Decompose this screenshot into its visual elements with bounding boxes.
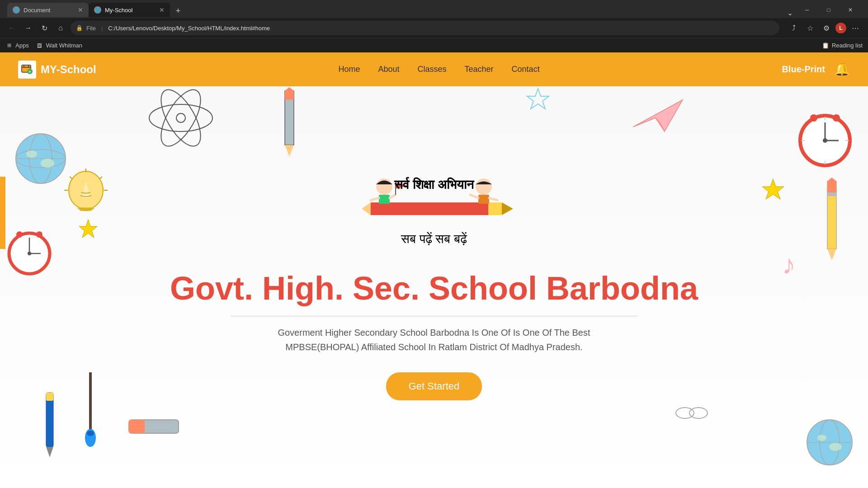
svg-rect-45 <box>827 181 836 192</box>
side-bar-decoration <box>0 177 5 249</box>
site-navigation: + MY-School Home About Classes Teacher C… <box>0 52 868 86</box>
notification-bell-icon[interactable]: 🔔 <box>834 62 850 77</box>
svg-point-21 <box>149 104 212 131</box>
tab-overflow-button[interactable]: ⌄ <box>787 9 793 17</box>
profile-button[interactable]: L <box>835 23 846 33</box>
svg-point-53 <box>16 231 23 238</box>
svg-point-33 <box>823 138 827 143</box>
paper-plane-decoration <box>628 91 687 136</box>
settings-button[interactable]: ⋯ <box>848 21 863 35</box>
svg-marker-42 <box>762 179 784 199</box>
close-button[interactable]: ✕ <box>840 3 861 17</box>
svg-point-59 <box>829 443 842 451</box>
nav-contact[interactable]: Contact <box>512 65 540 74</box>
svg-point-23 <box>153 86 208 150</box>
svg-line-31 <box>633 100 683 127</box>
svg-rect-65 <box>46 393 53 401</box>
svg-point-68 <box>676 408 694 418</box>
nav-teacher[interactable]: Teacher <box>465 65 494 74</box>
svg-marker-28 <box>527 89 549 109</box>
clock-right-decoration <box>796 109 854 168</box>
bookmark-walt-whitman-label: Walt Whitman <box>46 42 82 49</box>
bookmark-apps[interactable]: ⊞ Apps <box>5 42 29 49</box>
svg-rect-47 <box>827 192 836 196</box>
tab-document[interactable]: 🌐 Document ✕ <box>7 3 89 17</box>
svg-rect-70 <box>371 202 497 215</box>
hero-subtitle: Goverment Higher Secondary School Barbod… <box>264 325 604 354</box>
svg-rect-67 <box>129 420 145 433</box>
share-button[interactable]: ⤴ <box>787 21 801 35</box>
reading-list-label: Reading list <box>832 42 863 49</box>
svg-point-8 <box>16 150 66 168</box>
svg-rect-75 <box>379 195 390 204</box>
paintbrush-decoration <box>72 368 108 449</box>
svg-rect-13 <box>80 207 92 211</box>
logo-icon: + <box>18 61 36 79</box>
hero-section: ♪ <box>0 86 868 472</box>
svg-rect-43 <box>827 181 836 249</box>
maximize-button[interactable]: □ <box>818 3 839 17</box>
svg-line-15 <box>70 177 72 179</box>
svg-point-32 <box>800 116 850 165</box>
svg-line-16 <box>99 177 102 179</box>
url-bar[interactable]: 🔒 File | C:/Users/Lenovo/Desktop/My_Scho… <box>71 21 779 35</box>
new-tab-button[interactable]: + <box>172 5 184 17</box>
svg-marker-29 <box>633 100 683 131</box>
bookmark-walt-whitman[interactable]: 🖼 Walt Whitman <box>36 42 82 49</box>
star-left-decoration <box>77 217 99 240</box>
svg-point-20 <box>176 113 185 122</box>
tab-document-close[interactable]: ✕ <box>78 6 83 14</box>
home-button[interactable]: ⌂ <box>54 22 67 34</box>
svg-marker-25 <box>285 145 294 156</box>
svg-point-10 <box>26 150 37 158</box>
nav-links: Home About Classes Teacher Contact <box>338 65 539 74</box>
forward-button[interactable]: → <box>22 22 34 34</box>
tab-myschool[interactable]: 🌐 My-School ✕ <box>89 3 170 17</box>
atom-decoration <box>145 86 217 150</box>
hero-sub-hindi: सब पढ़ें सब बढ़ें <box>401 232 467 247</box>
site-logo[interactable]: + MY-School <box>18 61 96 79</box>
nav-classes[interactable]: Classes <box>418 65 447 74</box>
favorites-button[interactable]: ☆ <box>803 21 817 35</box>
star-top-decoration <box>524 86 552 113</box>
svg-line-77 <box>390 195 396 198</box>
svg-marker-64 <box>46 447 53 457</box>
minimize-button[interactable]: ─ <box>797 3 817 17</box>
hero-emblem: सर्व शिक्षा अभियान सब पढ़ें सब बढ़ें <box>344 158 524 248</box>
nav-home[interactable]: Home <box>338 65 360 74</box>
back-button[interactable]: ← <box>5 22 18 34</box>
sarva-shiksha-logo: सर्व शिक्षा अभियान <box>344 160 524 227</box>
get-started-button[interactable]: Get Started <box>386 372 482 400</box>
svg-rect-24 <box>285 91 294 145</box>
lightbulb-decoration <box>63 168 108 226</box>
svg-point-36 <box>810 114 817 122</box>
tab-document-icon: 🌐 <box>13 6 20 14</box>
svg-marker-30 <box>656 118 665 131</box>
nav-about[interactable]: About <box>378 65 399 74</box>
walt-whitman-icon: 🖼 <box>36 42 43 49</box>
apps-icon: ⊞ <box>5 42 13 49</box>
globe-right-decoration <box>805 418 854 467</box>
address-bar: ← → ↻ ⌂ 🔒 File | C:/Users/Lenovo/Desktop… <box>0 18 868 38</box>
star-right-decoration <box>760 177 787 204</box>
svg-marker-19 <box>79 220 97 238</box>
url-prefix: File <box>86 25 96 32</box>
svg-point-54 <box>36 231 42 238</box>
eraser-decoration <box>127 418 181 436</box>
tab-myschool-close[interactable]: ✕ <box>159 6 165 14</box>
svg-point-69 <box>689 408 708 418</box>
bookmarks-bar: ⊞ Apps 🖼 Walt Whitman 📋 Reading list <box>0 38 868 52</box>
svg-line-83 <box>489 198 497 200</box>
pen-decoration <box>36 390 63 463</box>
reading-list-button[interactable]: 📋 Reading list <box>822 42 863 49</box>
svg-point-6 <box>16 134 66 183</box>
svg-rect-81 <box>478 195 489 204</box>
blueprint-link[interactable]: Blue-Print <box>782 64 825 75</box>
refresh-button[interactable]: ↻ <box>38 22 51 34</box>
svg-point-49 <box>9 233 50 274</box>
svg-rect-72 <box>488 202 502 215</box>
svg-point-22 <box>153 86 208 150</box>
extensions-button[interactable]: ⚙ <box>819 21 834 35</box>
hero-content: सर्व शिक्षा अभियान सब पढ़ें सब बढ़ें Gov… <box>170 158 698 400</box>
reading-list-icon: 📋 <box>822 42 829 49</box>
